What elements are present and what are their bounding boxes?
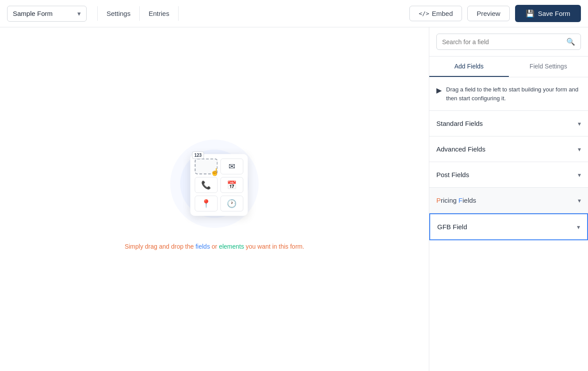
drag-cursor-icon: ☝: [210, 168, 219, 176]
dragging-field: 123 ☝: [195, 159, 218, 174]
field-group-pricing: Pricing Fields ▾: [429, 188, 588, 213]
illustration: 123 ☝ ✉ 📞 📅 📍 🕐: [166, 135, 263, 232]
form-canvas: 123 ☝ ✉ 📞 📅 📍 🕐 Simply drag and drop the…: [0, 27, 429, 371]
search-icon: 🔍: [566, 38, 575, 46]
field-group-standard: Standard Fields ▾: [429, 111, 588, 136]
save-label: Save Form: [538, 10, 570, 17]
search-box: 🔍: [429, 27, 588, 57]
field-group-advanced-header[interactable]: Advanced Fields ▾: [429, 136, 588, 162]
clock-field-icon: 🕐: [220, 196, 243, 212]
main-layout: 123 ☝ ✉ 📞 📅 📍 🕐 Simply drag and drop the…: [0, 27, 588, 371]
save-form-button[interactable]: 💾 Save Form: [515, 5, 581, 22]
header-actions: </> Embed Preview 💾 Save Form: [409, 5, 581, 22]
preview-button[interactable]: Preview: [467, 6, 509, 21]
entries-nav-item[interactable]: Entries: [140, 6, 179, 21]
cursor-icon: ▶: [436, 86, 442, 95]
hint-row: ▶ Drag a field to the left to start buil…: [429, 77, 588, 111]
embed-label: Embed: [432, 10, 453, 17]
location-field-icon: 📍: [195, 196, 218, 212]
post-fields-label: Post Fields: [436, 171, 469, 178]
settings-nav-item[interactable]: Settings: [97, 6, 140, 21]
chevron-down-icon: ▾: [578, 146, 581, 153]
header: Sample Form ▾ Settings Entries </> Embed…: [0, 0, 588, 27]
phone-field-icon: 📞: [195, 177, 218, 193]
form-name: Sample Form: [13, 10, 53, 17]
form-card: 123 ☝ ✉ 📞 📅 📍 🕐: [190, 154, 248, 216]
field-group-post: Post Fields ▾: [429, 162, 588, 188]
calendar-field-icon: 📅: [220, 177, 243, 193]
chevron-down-icon: ▾: [577, 223, 580, 231]
search-inner: 🔍: [436, 34, 581, 50]
hint-text: Drag a field to the left to start buildi…: [446, 85, 581, 102]
right-panel: 🔍 Add Fields Field Settings ▶ Drag a fie…: [429, 27, 588, 371]
chevron-down-icon: ▾: [578, 197, 581, 204]
chevron-down-icon: ▾: [578, 120, 581, 127]
advanced-fields-label: Advanced Fields: [436, 145, 485, 153]
field-group-gfb-header[interactable]: GFB Field ▾: [430, 214, 587, 239]
tab-field-settings[interactable]: Field Settings: [509, 57, 588, 77]
form-card-grid: 123 ☝ ✉ 📞 📅 📍 🕐: [195, 159, 243, 212]
drag-badge: 123: [192, 151, 204, 159]
field-group-pricing-header[interactable]: Pricing Fields ▾: [429, 188, 588, 213]
chevron-down-icon: ▾: [77, 10, 81, 18]
field-group-gfb: GFB Field ▾: [429, 213, 588, 240]
chevron-down-icon: ▾: [578, 171, 581, 178]
embed-button[interactable]: </> Embed: [409, 6, 462, 21]
field-group-standard-header[interactable]: Standard Fields ▾: [429, 111, 588, 136]
field-group-advanced: Advanced Fields ▾: [429, 136, 588, 162]
tabs: Add Fields Field Settings: [429, 57, 588, 77]
gfb-field-label: GFB Field: [437, 223, 467, 231]
field-group-post-header[interactable]: Post Fields ▾: [429, 162, 588, 187]
header-nav: Settings Entries: [97, 6, 179, 21]
tab-add-fields[interactable]: Add Fields: [429, 57, 509, 77]
form-selector[interactable]: Sample Form ▾: [7, 6, 87, 22]
code-icon: </>: [419, 10, 429, 17]
search-input[interactable]: [442, 38, 563, 45]
email-field-icon: ✉: [220, 159, 243, 174]
drag-hint: Simply drag and drop the fields or eleme…: [125, 243, 304, 250]
save-icon: 💾: [526, 9, 535, 18]
pricing-fields-label: Pricing Fields: [436, 197, 476, 204]
standard-fields-label: Standard Fields: [436, 120, 483, 127]
